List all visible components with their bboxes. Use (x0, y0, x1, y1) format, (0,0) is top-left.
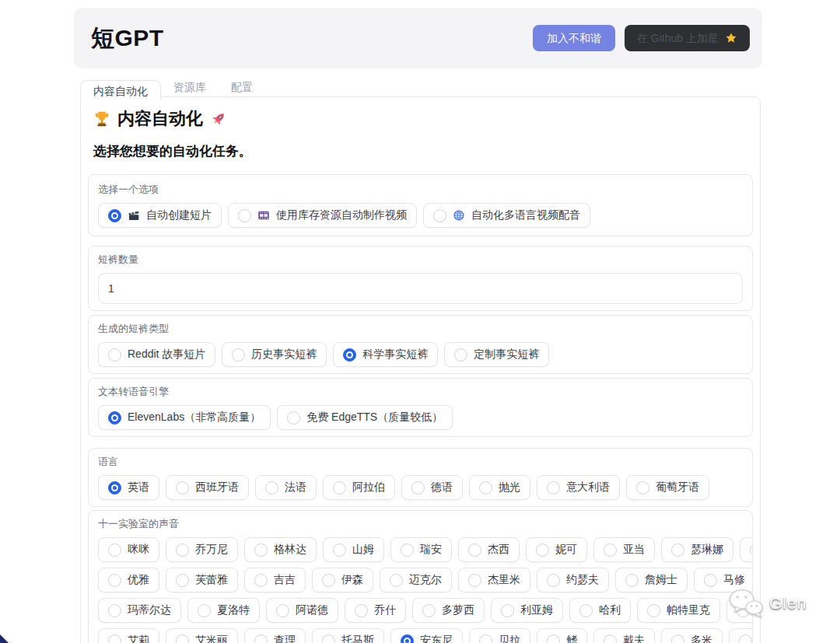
radio-option-label: 科学事实短裤 (362, 348, 428, 362)
radio-circle (454, 348, 467, 362)
radio-option[interactable]: 帕特里克 (637, 598, 720, 623)
radio-option-auto-create-shorts[interactable]: 自动创建短片 (98, 203, 222, 228)
shorts-count-input[interactable] (98, 273, 743, 304)
radio-circle (254, 634, 268, 643)
radio-option[interactable]: 德语 (401, 475, 463, 500)
radio-option[interactable]: 阿拉伯 (323, 475, 395, 500)
radio-option[interactable]: 丹尼尔 (740, 537, 753, 562)
radio-option-label: 格林达 (274, 543, 306, 557)
radio-option[interactable]: 乔什 (345, 598, 406, 623)
join-discord-button[interactable]: 加入不和谐 (533, 25, 615, 52)
radio-option[interactable]: 阿诺德 (266, 598, 338, 623)
radio-option[interactable]: 安东尼 (390, 628, 463, 643)
radio-option[interactable]: 亚当 (593, 537, 655, 562)
radio-option[interactable]: 夏洛特 (187, 598, 260, 623)
tab-content-automation[interactable]: 内容自动化 (80, 80, 161, 100)
radio-option-label: 托马斯 (341, 634, 374, 643)
radio-circle (176, 634, 189, 643)
radio-option[interactable]: 妮可 (526, 537, 587, 562)
radio-option[interactable]: 历史事实短裤 (222, 342, 327, 367)
trophy-icon (93, 110, 110, 128)
radio-option-label: 意大利语 (566, 481, 610, 494)
radio-option[interactable]: 意大利语 (537, 475, 620, 500)
tab-config[interactable]: 配置 (219, 77, 265, 100)
radio-option[interactable]: 英语 (98, 475, 159, 500)
radio-option[interactable]: 詹姆士 (615, 568, 688, 592)
radio-option[interactable]: 瑞安 (390, 537, 452, 562)
radio-option[interactable]: 贝拉 (469, 628, 530, 643)
radio-option[interactable]: 杰里米 (458, 568, 530, 592)
radio-option[interactable]: 定制事实短裤 (444, 342, 549, 367)
radio-option-stock-video[interactable]: 使用库存资源自动制作视频 (228, 203, 417, 228)
radio-option[interactable]: 托马斯 (312, 628, 384, 643)
voices-label: 十一实验室的声音 (98, 517, 743, 531)
radio-option[interactable]: Reddit 故事短片 (98, 342, 215, 367)
radio-option[interactable]: 艾莉 (98, 628, 159, 643)
radio-option[interactable]: 优雅 (98, 568, 159, 592)
github-star-button[interactable]: 在 Github 上加星 (625, 25, 750, 52)
voices-group: 十一实验室的声音 咪咪 乔万尼 格林达 山姆 瑞安 (88, 510, 753, 643)
radio-circle (287, 411, 300, 425)
radio-circle (254, 574, 268, 587)
app-header: 短GPT 加入不和谐 在 Github 上加星 (74, 8, 762, 68)
radio-option[interactable]: 葡萄牙语 (626, 475, 709, 500)
radio-option[interactable]: 鳍 (537, 628, 587, 643)
radio-option[interactable]: 瑟琳娜 (661, 537, 733, 562)
language-options: 英语 西班牙语 法语 阿拉伯 德语 抛光 (98, 475, 743, 500)
radio-circle (238, 209, 251, 222)
radio-option[interactable]: 查理 (244, 628, 306, 643)
radio-option[interactable]: ElevenLabs（非常高质量） (98, 405, 271, 430)
radio-option-label: 哈利 (599, 603, 621, 617)
radio-option[interactable]: 哈利 (569, 598, 631, 623)
radio-option[interactable]: 杰西 (458, 537, 520, 562)
radio-option[interactable]: 玛蒂尔达 (98, 598, 181, 623)
radio-option[interactable]: 山姆 (323, 537, 384, 562)
radio-option[interactable]: 多米 (661, 628, 723, 643)
radio-option-label: 帕特里克 (667, 603, 710, 617)
task-select-group: 选择一个选项 自动创建短片 (88, 174, 753, 236)
radio-circle (604, 634, 617, 643)
radio-option-label: 詹姆士 (645, 573, 677, 587)
radio-circle (108, 348, 121, 362)
radio-option-multilang-dub[interactable]: 自动化多语言视频配音 (423, 203, 590, 228)
radio-circle (254, 543, 268, 557)
radio-option[interactable]: 乔万尼 (166, 537, 238, 562)
tab-asset-library[interactable]: 资源库 (161, 77, 219, 100)
radio-option-label: 杰西 (488, 543, 509, 557)
radio-option[interactable]: 利亚姆 (491, 598, 563, 623)
radio-circle (322, 574, 335, 587)
corner-triangle-decoration (0, 634, 9, 643)
radio-option[interactable]: 艾米丽 (166, 628, 238, 643)
radio-option[interactable]: 芙蕾雅 (166, 568, 238, 592)
radio-circle (625, 574, 639, 587)
radio-option-label: 利亚姆 (520, 603, 553, 617)
radio-option[interactable]: 咪咪 (98, 537, 159, 562)
radio-option-label: 瑞安 (420, 543, 442, 557)
radio-option[interactable]: 西班牙语 (166, 475, 249, 500)
radio-option[interactable]: 抛光 (469, 475, 530, 500)
shorts-count-label: 短裤数量 (98, 253, 743, 267)
radio-option-label: 查理 (274, 634, 296, 643)
radio-option[interactable]: 免费 EdgeTTS（质量较低） (277, 405, 453, 430)
radio-option[interactable]: 法语 (255, 475, 317, 500)
radio-option-label: 艾米丽 (195, 634, 228, 643)
radio-circle (176, 543, 189, 557)
radio-option[interactable]: 多萝西 (412, 598, 485, 623)
radio-option[interactable]: 吉吉 (244, 568, 306, 592)
radio-option[interactable]: 戴夫 (593, 628, 655, 643)
radio-option[interactable]: 迈克尔 (380, 568, 452, 592)
radio-option[interactable]: 格林达 (244, 537, 317, 562)
radio-option[interactable]: 克莱德 (729, 628, 753, 643)
radio-option-label: 贝拉 (499, 634, 520, 643)
language-group: 语言 英语 西班牙语 法语 阿拉伯 德语 (88, 448, 753, 507)
radio-option[interactable]: 伊森 (312, 568, 373, 592)
radio-option-label: 使用库存资源自动制作视频 (276, 208, 407, 222)
shorts-type-group: 生成的短裤类型 Reddit 故事短片 历史事实短裤 科学事实短裤 定制事实短裤 (88, 315, 753, 374)
radio-option-label: 乔万尼 (195, 543, 228, 557)
radio-option-label: 自动创建短片 (146, 208, 212, 222)
radio-circle (108, 634, 121, 643)
radio-option-label: 优雅 (128, 573, 149, 587)
radio-circle (390, 574, 403, 587)
radio-option[interactable]: 科学事实短裤 (333, 342, 438, 367)
radio-option[interactable]: 约瑟夫 (537, 568, 609, 592)
